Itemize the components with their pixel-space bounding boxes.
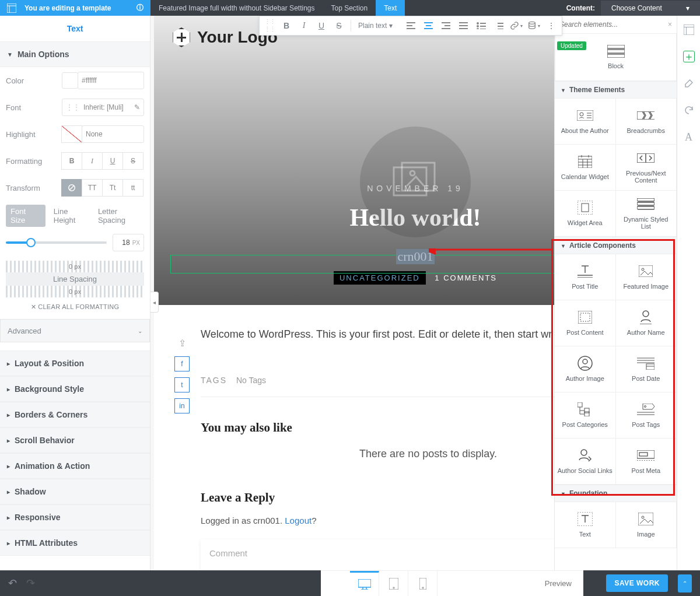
element-widget-area[interactable]: Widget Area — [554, 190, 616, 237]
device-desktop[interactable] — [350, 571, 379, 597]
layout-position-section[interactable]: ▸Layout & Position — [0, 350, 150, 376]
svg-point-38 — [580, 113, 583, 116]
save-work-button[interactable]: SAVE WORK — [606, 574, 668, 592]
reload-rail-icon[interactable] — [683, 104, 695, 116]
svg-rect-35 — [607, 50, 625, 53]
color-option: Color #ffffff — [0, 67, 150, 94]
transform-cap-button[interactable]: Tt — [102, 179, 123, 197]
element-calendar[interactable]: Calendar Widget — [554, 144, 616, 191]
color-swatch[interactable] — [62, 72, 78, 89]
svg-rect-0 — [7, 3, 16, 13]
element-block[interactable]: Block — [555, 33, 677, 81]
foundation-grid: Text Image — [555, 502, 677, 548]
theme-elements-header[interactable]: ▼Theme Elements — [555, 81, 677, 99]
panel-collapse-toggle[interactable]: ◂ — [150, 292, 159, 313]
advanced-row[interactable]: Advanced⌄ — [0, 319, 150, 342]
svg-rect-58 — [637, 202, 654, 205]
toolbar-grip[interactable]: ⋮⋮⋮⋮ — [262, 18, 277, 33]
list-ul-icon[interactable] — [473, 17, 489, 34]
template-rail-icon[interactable] — [683, 24, 695, 36]
comments-count[interactable]: 1 COMMENTS — [435, 274, 497, 282]
add-element-icon[interactable]: ＋ — [683, 51, 695, 62]
tb-strike[interactable]: S — [331, 17, 347, 34]
breadcrumb-item[interactable]: Top Section — [323, 0, 376, 16]
transform-upper-button[interactable]: TT — [82, 179, 103, 197]
element-image[interactable]: Image — [615, 502, 677, 548]
transform-lower-button[interactable]: tt — [123, 179, 144, 197]
align-right-icon[interactable] — [438, 17, 454, 34]
svg-point-100 — [422, 587, 424, 588]
element-about-author[interactable]: About the Author — [554, 98, 616, 145]
info-icon[interactable]: ⓘ — [136, 3, 144, 13]
highlight-input[interactable]: None — [82, 125, 144, 143]
element-text[interactable]: Text — [554, 502, 616, 548]
align-center-icon[interactable] — [421, 17, 437, 34]
letter-spacing-tab[interactable]: Letter Spacing — [98, 207, 144, 225]
strike-button[interactable]: S — [123, 152, 144, 170]
text-format-toolbar[interactable]: ⋮⋮⋮⋮ B I U S Plain text ▾ ▾ ▾ ⋮ — [259, 16, 562, 36]
shadow-section[interactable]: ▸Shadow — [0, 479, 150, 504]
more-icon[interactable]: ⋮ — [543, 17, 559, 34]
no-highlight-swatch[interactable] — [61, 125, 82, 143]
share-linkedin[interactable]: in — [174, 398, 190, 413]
save-more-button[interactable]: ⌃ — [678, 574, 692, 593]
list-ol-icon[interactable] — [491, 17, 507, 34]
search-close-icon[interactable]: × — [668, 20, 672, 29]
share-facebook[interactable]: f — [174, 356, 190, 371]
selected-text-element[interactable]: crn001 — [396, 249, 434, 264]
share-twitter[interactable]: t — [174, 377, 190, 392]
element-styled-list[interactable]: Dynamic Styled List — [615, 190, 677, 237]
borders-corners-section[interactable]: ▸Borders & Corners — [0, 402, 150, 427]
align-justify-icon[interactable] — [456, 17, 472, 34]
breadcrumbs-icon — [637, 108, 654, 122]
device-mobile[interactable] — [408, 571, 438, 597]
main-options-header[interactable]: ▼Main Options — [0, 41, 150, 67]
scroll-behavior-section[interactable]: ▸Scroll Behavior — [0, 427, 150, 453]
font-size-tab[interactable]: Font Size — [6, 205, 46, 227]
data-icon[interactable]: ▾ — [526, 17, 542, 34]
color-input[interactable]: #ffffff — [78, 72, 144, 89]
redo-button[interactable]: ↷ — [26, 577, 35, 590]
transform-none-button[interactable] — [61, 179, 82, 197]
svg-rect-93 — [358, 579, 371, 587]
elements-search-input[interactable] — [559, 20, 668, 29]
breadcrumb-item[interactable]: Featured Image full width without Sideba… — [150, 0, 323, 16]
line-height-tab[interactable]: Line Height — [54, 207, 90, 225]
device-preview-bar: Preview — [321, 570, 583, 596]
tb-bold[interactable]: B — [278, 17, 295, 34]
template-edit-banner: You are editing a template ⓘ — [0, 0, 150, 16]
share-icon[interactable]: ⇪ — [174, 335, 190, 350]
html-attributes-section[interactable]: ▸HTML Attributes — [0, 530, 150, 556]
logout-link[interactable]: Logout — [285, 516, 312, 525]
tb-italic[interactable]: I — [296, 17, 312, 34]
preview-button[interactable]: Preview — [533, 579, 583, 588]
font-input[interactable]: ⋮⋮Inherit: [Muli]✎ — [62, 99, 144, 116]
device-tablet[interactable] — [379, 571, 408, 597]
bold-button[interactable]: B — [61, 152, 82, 170]
share-column: ⇪ f t in — [166, 335, 198, 413]
align-left-icon[interactable] — [403, 17, 419, 34]
background-style-section[interactable]: ▸Background Style — [0, 376, 150, 402]
typography-rail-icon[interactable]: A — [683, 131, 695, 143]
italic-button[interactable]: I — [82, 152, 103, 170]
element-prev-next[interactable]: Previous/Next Content — [615, 144, 677, 191]
style-rail-icon[interactable] — [683, 78, 695, 89]
tb-underline[interactable]: U — [313, 17, 330, 34]
font-size-slider[interactable] — [6, 241, 107, 244]
font-size-value[interactable]: 18PX — [113, 234, 144, 251]
clear-formatting-button[interactable]: ✕ CLEAR ALL FORMATTING — [0, 297, 150, 319]
underline-button[interactable]: U — [102, 152, 123, 170]
breadcrumb-item-active[interactable]: Text — [376, 0, 405, 16]
choose-content-dropdown[interactable]: Choose Content▾ — [601, 1, 700, 16]
element-breadcrumbs[interactable]: Breadcrumbs — [615, 98, 677, 145]
animation-action-section[interactable]: ▸Animation & Action — [0, 453, 150, 479]
slider-thumb[interactable] — [26, 238, 36, 247]
widget-area-icon — [576, 201, 594, 215]
tb-format-select[interactable]: Plain text ▾ — [355, 22, 402, 30]
line-spacing-label[interactable]: Line Spacing — [6, 272, 144, 286]
svg-rect-56 — [582, 204, 589, 212]
image-icon — [637, 512, 654, 526]
undo-button[interactable]: ↶ — [8, 577, 17, 590]
link-icon[interactable]: ▾ — [508, 17, 524, 34]
responsive-section[interactable]: ▸Responsive — [0, 504, 150, 530]
